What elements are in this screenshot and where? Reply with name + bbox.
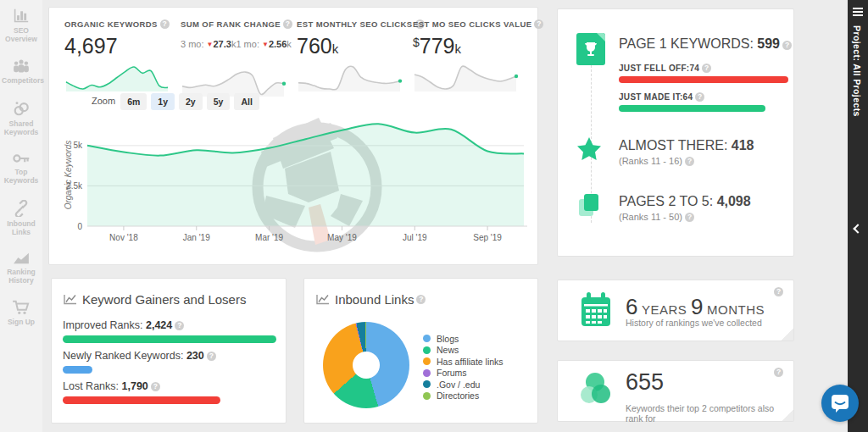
legend-label: Directories <box>437 390 479 401</box>
legend-dot-icon <box>423 392 431 400</box>
donut-legend: BlogsNewsHas affiliate linksForums.Gov /… <box>423 333 504 402</box>
history-months: 9 <box>691 294 703 319</box>
zoom-range-button-1y[interactable]: 1y <box>151 93 175 110</box>
help-icon[interactable]: ? <box>283 19 292 29</box>
stat-label: SUM OF RANK CHANGE <box>181 19 281 29</box>
sidebar-item-label: SEO Overview <box>2 26 41 43</box>
lost-ranks-row: Lost Ranks: 1,790? <box>63 380 276 404</box>
help-icon[interactable]: ? <box>774 287 783 296</box>
area-chart-icon <box>12 252 31 265</box>
monthly-clicks-sparkline <box>297 61 403 91</box>
newly-ranked-bar <box>63 366 92 374</box>
legend-dot-icon <box>423 369 431 377</box>
legend-label: News <box>437 345 459 355</box>
right-project-rail: Project: All Projects <box>848 0 868 432</box>
ranking-history-length-card: ? 6 YEARS 9 MONTHS History of rankings w… <box>557 280 794 341</box>
page1-title: PAGE 1 KEYWORDS: <box>619 36 754 51</box>
inbound-links-card: Inbound Links ? BlogsNewsHas affiliate l… <box>303 278 538 424</box>
menu-icon[interactable] <box>853 8 863 9</box>
just-made-it-section: JUST MADE IT:64? <box>619 92 788 112</box>
sidebar-item-inbound-links[interactable]: Inbound Links <box>0 191 42 243</box>
rank-change-sparkline <box>181 66 287 97</box>
line-chart-icon <box>64 294 77 305</box>
legend-dot-icon <box>423 357 431 365</box>
legend-item: News <box>423 345 504 357</box>
sidebar-item-ranking-history[interactable]: Ranking History <box>0 243 42 291</box>
competitor-keywords-value: 655 <box>626 369 664 396</box>
help-icon[interactable]: ? <box>685 157 694 166</box>
sidebar-item-label: Inbound Links <box>2 219 41 236</box>
cart-icon <box>12 300 31 315</box>
left-sidebar: SEO Overview Competitors Shared Keywords… <box>0 0 42 432</box>
sidebar-item-seo-overview[interactable]: SEO Overview <box>0 0 42 50</box>
zoom-range-button-all[interactable]: All <box>234 93 259 110</box>
rank-change-values: 3 mo: ▼27.3k1 mo: ▼2.56k <box>181 39 297 59</box>
organic-keywords-chart[interactable]: 02.5k5kNov '18Jan '19Mar '19May '19Jul '… <box>49 116 539 252</box>
help-icon[interactable]: ? <box>175 321 184 330</box>
down-arrow-icon: ▼ <box>207 41 214 48</box>
just-made-it-bar <box>619 105 765 112</box>
star-icon <box>576 136 602 161</box>
help-icon[interactable]: ? <box>416 295 426 304</box>
help-icon[interactable]: ? <box>774 368 783 377</box>
improved-ranks-bar <box>63 335 276 343</box>
history-years: 6 <box>626 294 637 319</box>
stat-label: EST MONTHLY SEO CLICKS <box>297 19 413 29</box>
page-trophy-icon <box>576 33 605 65</box>
stat-clicks-value: EST MO SEO CLICKS VALUE? $779k <box>413 19 529 97</box>
svg-text:Jul '19: Jul '19 <box>403 233 427 242</box>
stat-value: 4,697 <box>64 34 181 59</box>
sidebar-item-label: Ranking History <box>2 268 41 285</box>
legend-label: Has affiliate links <box>437 357 504 367</box>
sidebar-item-sign-up[interactable]: Sign Up <box>0 291 42 333</box>
improved-ranks-row: Improved Ranks: 2,424? <box>63 319 276 343</box>
sidebar-item-label: Shared Keywords <box>2 119 41 136</box>
help-icon[interactable]: ? <box>151 382 160 391</box>
zoom-range-button-2y[interactable]: 2y <box>179 93 203 110</box>
sidebar-item-label: Top Keywords <box>2 168 41 185</box>
legend-item: Has affiliate links <box>423 356 504 368</box>
help-icon[interactable]: ? <box>695 92 704 102</box>
almost-there-section: ALMOST THERE: 418 (Ranks 11 - 16)? <box>619 138 754 166</box>
legend-label: Forums <box>437 368 467 378</box>
competitor-keywords-card: ? 655 Keywords their top 2 competitors a… <box>557 360 794 422</box>
sidebar-item-shared-keywords[interactable]: Shared Keywords <box>0 91 42 143</box>
zoom-range-button-6m[interactable]: 6m <box>120 93 147 110</box>
shared-keywords-icon <box>12 100 31 117</box>
help-icon[interactable]: ? <box>702 64 711 73</box>
chat-bubble-icon <box>830 393 850 413</box>
sidebar-item-competitors[interactable]: Competitors <box>0 50 42 91</box>
help-icon[interactable]: ? <box>685 213 694 222</box>
stat-label: EST MO SEO CLICKS VALUE <box>413 19 531 29</box>
help-icon[interactable]: ? <box>160 19 170 29</box>
zoom-range-button-5y[interactable]: 5y <box>207 93 231 110</box>
newly-ranked-row: Newly Ranked Keywords: 230? <box>63 350 276 374</box>
help-icon[interactable]: ? <box>534 19 543 29</box>
legend-dot-icon <box>423 346 431 354</box>
legend-item: Blogs <box>423 333 504 345</box>
svg-text:Nov '18: Nov '18 <box>109 233 138 242</box>
help-icon[interactable]: ? <box>207 352 216 361</box>
stat-organic-keywords: ORGANIC KEYWORDS? 4,697 <box>64 19 181 97</box>
legend-item: Directories <box>423 390 504 402</box>
sidebar-item-top-keywords[interactable]: Top Keywords <box>0 143 42 191</box>
inbound-links-donut-chart[interactable] <box>323 322 409 408</box>
help-icon[interactable]: ? <box>782 41 792 50</box>
collapse-chevron-icon[interactable] <box>853 224 862 233</box>
lost-ranks-bar <box>63 396 220 404</box>
competitors-icon <box>12 58 31 74</box>
stat-label: ORGANIC KEYWORDS <box>64 19 158 29</box>
pages-2-to-5-section: PAGES 2 TO 5: 4,098 (Ranks 11 - 50)? <box>619 194 751 222</box>
just-fell-off-bar <box>619 76 788 83</box>
line-chart-icon <box>316 294 330 305</box>
stats-row: ORGANIC KEYWORDS? 4,697 SUM OF RANK CHAN… <box>64 19 529 97</box>
legend-dot-icon <box>423 335 431 342</box>
legend-label: .Gov / .edu <box>437 379 480 390</box>
stat-value: 779 <box>420 34 455 58</box>
chat-launcher-button[interactable] <box>821 385 859 422</box>
calendar-icon <box>580 292 612 328</box>
svg-text:Mar '19: Mar '19 <box>255 233 283 242</box>
project-label: Project: All Projects <box>852 25 862 117</box>
clicks-value-sparkline <box>413 61 520 91</box>
svg-text:Sep '19: Sep '19 <box>473 233 502 242</box>
